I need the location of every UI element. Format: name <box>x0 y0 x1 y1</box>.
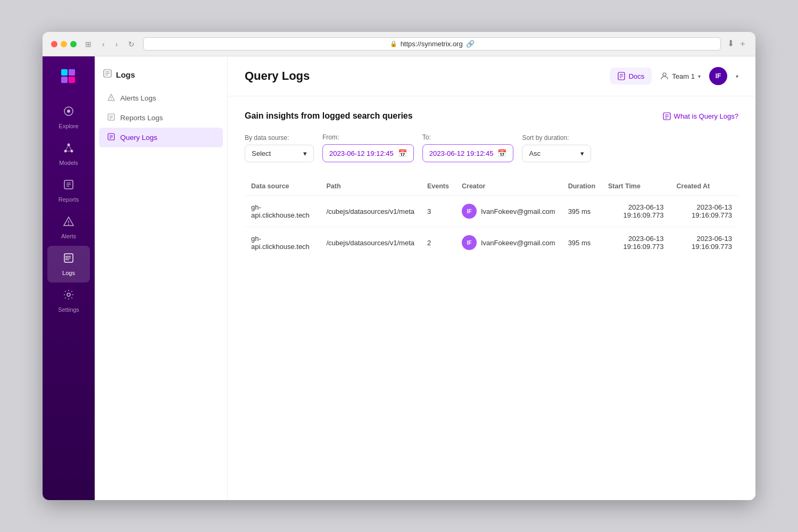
team-name: Team 1 <box>672 72 695 80</box>
svg-point-23 <box>65 257 66 259</box>
main-content: Query Logs Docs Team 1 ▾ IF ▾ <box>228 56 755 500</box>
table-row[interactable]: gh-api.clickhouse.tech /cubejs/datasourc… <box>245 196 738 227</box>
col-created-at: Created At <box>670 177 739 196</box>
sidebar-item-alerts-logs[interactable]: Alerts Logs <box>99 88 223 108</box>
table-row[interactable]: gh-api.clickhouse.tech /cubejs/datasourc… <box>245 227 738 259</box>
sidebar-item-reports-logs[interactable]: Reports Logs <box>99 108 223 128</box>
svg-point-5 <box>67 110 70 113</box>
maximize-button[interactable] <box>70 41 77 47</box>
sort-filter-group: Sort by duration: Asc ▾ <box>522 134 591 162</box>
creator-avatar-0: IF <box>462 204 477 219</box>
download-icon[interactable]: ⬇ <box>727 38 734 49</box>
page-title: Query Logs <box>245 69 310 83</box>
sort-value: Asc <box>529 149 541 157</box>
settings-label: Settings <box>58 306 79 313</box>
svg-point-44 <box>663 73 666 76</box>
svg-rect-0 <box>61 69 68 76</box>
what-is-label: What is Query Logs? <box>674 112 738 120</box>
cell-data-source-1: gh-api.clickhouse.tech <box>245 227 320 259</box>
new-tab-icon[interactable]: ＋ <box>738 38 747 49</box>
cell-start-time-0: 2023-06-13 19:16:09.773 <box>602 196 670 227</box>
alerts-logs-label: Alerts Logs <box>120 94 156 102</box>
docs-icon <box>617 72 626 80</box>
sidebar-logs-icon <box>103 69 112 80</box>
minimize-button[interactable] <box>61 41 67 47</box>
sort-chevron-icon: ▾ <box>580 149 584 157</box>
svg-line-10 <box>69 145 72 151</box>
cell-creator-0: IF IvanFokeev@gmail.com <box>455 196 562 227</box>
header-actions: Docs Team 1 ▾ IF ▾ <box>610 67 738 85</box>
browser-chrome: ⊞ ‹ › ↻ 🔒 https://synmetrix.org 🔗 ⬇ ＋ <box>43 32 755 56</box>
what-is-link[interactable]: What is Query Logs? <box>663 112 738 120</box>
from-date-value: 2023-06-12 19:12:45 <box>329 149 394 157</box>
data-table: Data source Path Events Creator Duration… <box>245 177 738 258</box>
reports-label: Reports <box>59 196 79 203</box>
alerts-logs-icon <box>107 94 115 103</box>
link-icon: 🔗 <box>466 40 475 48</box>
explore-label: Explore <box>59 123 78 129</box>
team-selector[interactable]: Team 1 ▾ <box>660 72 701 80</box>
sidebar-item-reports[interactable]: Reports <box>47 172 90 209</box>
alerts-icon <box>63 215 74 230</box>
sidebar: Logs Alerts Logs Reports Logs Query Logs <box>95 56 228 500</box>
app-logo[interactable] <box>57 65 80 90</box>
from-label: From: <box>322 134 414 141</box>
data-source-select[interactable]: Select ▾ <box>245 145 314 162</box>
main-body: Gain insights from logged search queries… <box>228 96 755 500</box>
sidebar-item-alerts[interactable]: Alerts <box>47 209 90 246</box>
browser-actions: ⬇ ＋ <box>727 38 747 49</box>
col-duration: Duration <box>562 177 602 196</box>
cell-path-1: /cubejs/datasources/v1/meta <box>320 227 421 259</box>
nav-forward-button[interactable]: › <box>113 39 120 49</box>
what-is-icon <box>663 112 671 120</box>
docs-button[interactable]: Docs <box>610 68 652 85</box>
team-chevron-icon: ▾ <box>698 73 701 79</box>
from-date-picker[interactable]: 2023-06-12 19:12:45 📅 <box>322 144 414 162</box>
nav-back-button[interactable]: ‹ <box>100 39 107 49</box>
col-start-time: Start Time <box>602 177 670 196</box>
col-creator: Creator <box>455 177 562 196</box>
avatar[interactable]: IF <box>709 67 727 85</box>
sidebar-item-models[interactable]: Models <box>47 136 90 172</box>
svg-rect-3 <box>69 77 75 83</box>
explore-icon <box>63 105 74 120</box>
sidebar-item-explore[interactable]: Explore <box>47 99 90 136</box>
to-label: To: <box>422 134 514 141</box>
main-header: Query Logs Docs Team 1 ▾ IF ▾ <box>228 56 755 96</box>
avatar-chevron-icon[interactable]: ▾ <box>736 73 738 79</box>
url-text: https://synmetrix.org <box>401 40 463 48</box>
address-bar[interactable]: 🔒 https://synmetrix.org 🔗 <box>143 37 721 51</box>
cell-creator-1: IF IvanFokeev@gmail.com <box>455 227 562 259</box>
cell-duration-0: 395 ms <box>562 196 602 227</box>
sort-select[interactable]: Asc ▾ <box>522 145 591 162</box>
col-data-source: Data source <box>245 177 320 196</box>
data-source-filter-group: By data sourse: Select ▾ <box>245 134 314 162</box>
table-body: gh-api.clickhouse.tech /cubejs/datasourc… <box>245 196 738 259</box>
sidebar-item-settings[interactable]: Settings <box>47 282 90 319</box>
svg-point-25 <box>67 293 70 296</box>
sort-label: Sort by duration: <box>522 134 591 142</box>
nav-tabs-icon[interactable]: ⊞ <box>83 39 94 49</box>
cell-data-source-0: gh-api.clickhouse.tech <box>245 196 320 227</box>
data-source-label: By data sourse: <box>245 134 314 142</box>
svg-rect-1 <box>69 69 75 76</box>
to-calendar-icon: 📅 <box>497 149 506 157</box>
models-label: Models <box>59 160 78 166</box>
docs-label: Docs <box>629 72 645 80</box>
close-button[interactable] <box>51 41 57 47</box>
creator-avatar-1: IF <box>462 235 477 250</box>
lock-icon: 🔒 <box>390 40 397 47</box>
team-icon <box>660 72 669 80</box>
logo-icon <box>57 65 80 88</box>
section-subtitle: Gain insights from logged search queries <box>245 111 413 121</box>
avatar-initials: IF <box>716 72 721 80</box>
to-date-picker[interactable]: 2023-06-12 19:12:45 📅 <box>422 144 514 162</box>
sidebar-item-query-logs[interactable]: Query Logs <box>99 128 223 147</box>
data-source-value: Select <box>252 149 271 157</box>
models-icon <box>63 142 74 156</box>
nav-reload-button[interactable]: ↻ <box>126 39 137 49</box>
sidebar-item-logs[interactable]: Logs <box>47 246 90 282</box>
cell-events-0: 3 <box>421 196 455 227</box>
cell-created-at-1: 2023-06-13 19:16:09.773 <box>670 227 739 259</box>
reports-icon <box>63 179 74 193</box>
